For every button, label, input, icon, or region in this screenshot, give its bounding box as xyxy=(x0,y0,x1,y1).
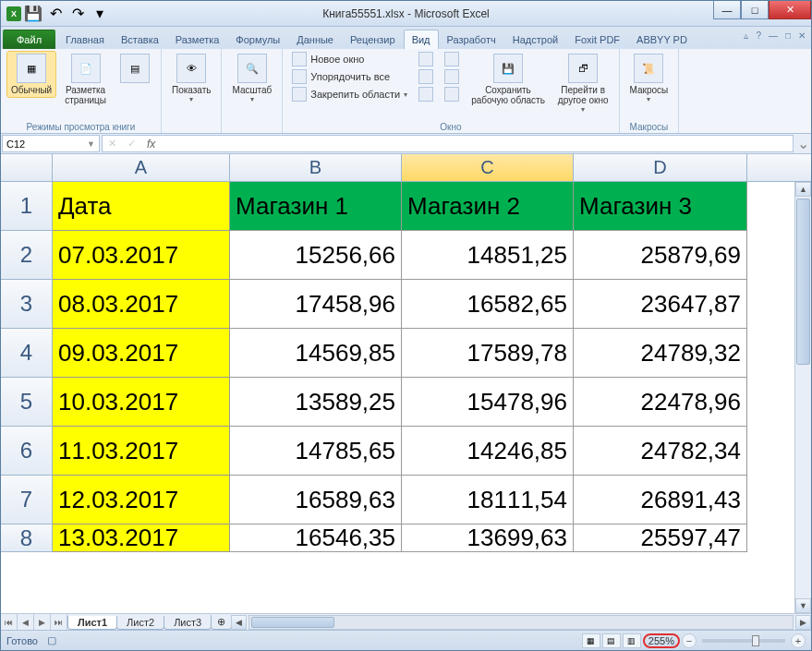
cell[interactable]: 14785,65 xyxy=(230,427,402,476)
horizontal-scrollbar[interactable]: ◀ ▶ xyxy=(231,614,811,630)
cell[interactable]: 17589,78 xyxy=(402,329,574,378)
sheet-tab[interactable]: Лист3 xyxy=(164,616,212,630)
cell[interactable]: 16582,65 xyxy=(402,280,574,329)
cell[interactable]: 26891,43 xyxy=(574,476,747,524)
sheet-tab[interactable]: Лист2 xyxy=(116,616,164,630)
next-sheet-icon[interactable]: ▶ xyxy=(34,614,51,630)
zoom-thumb[interactable] xyxy=(752,635,759,646)
row-header[interactable]: 6 xyxy=(1,427,53,476)
expand-formula-bar-icon[interactable]: ⌄ xyxy=(794,134,811,153)
row-header[interactable]: 5 xyxy=(1,378,53,427)
cell[interactable]: 14851,25 xyxy=(402,231,574,280)
fx-icon[interactable]: fx xyxy=(141,138,161,151)
page-layout-view-icon[interactable]: ▤ xyxy=(602,633,621,648)
cell[interactable]: 15256,66 xyxy=(230,231,402,280)
tab-layout[interactable]: Разметка xyxy=(167,30,228,49)
minimize-button[interactable]: — xyxy=(713,1,741,19)
switch-windows-button[interactable]: 🗗 Перейти в другое окно xyxy=(553,51,613,116)
column-header-d[interactable]: D xyxy=(574,154,747,181)
arrange-all-button[interactable]: Упорядочить все xyxy=(288,68,411,85)
cell[interactable]: Магазин 1 xyxy=(230,182,402,231)
cell[interactable]: 11.03.2017 xyxy=(53,427,230,476)
sheet-tab[interactable]: Лист1 xyxy=(67,616,117,630)
cell[interactable]: 24789,32 xyxy=(574,329,747,378)
workbook-close-icon[interactable]: ✕ xyxy=(796,29,807,42)
cell[interactable]: 09.03.2017 xyxy=(53,329,230,378)
scroll-left-icon[interactable]: ◀ xyxy=(231,615,247,630)
tab-formulas[interactable]: Формулы xyxy=(227,30,288,49)
column-header-c[interactable]: C xyxy=(402,154,574,181)
tab-insert[interactable]: Вставка xyxy=(113,30,167,49)
first-sheet-icon[interactable]: ⏮ xyxy=(1,614,18,630)
ribbon-minimize-icon[interactable]: ▵ xyxy=(742,29,750,42)
zoom-level[interactable]: 255% xyxy=(643,633,680,648)
enter-formula-icon[interactable]: ✓ xyxy=(122,138,141,150)
cell[interactable]: Магазин 2 xyxy=(402,182,574,231)
cell[interactable]: Магазин 3 xyxy=(574,182,747,231)
cell[interactable]: 14569,85 xyxy=(230,329,402,378)
cell[interactable]: 25597,47 xyxy=(574,524,747,552)
row-header[interactable]: 3 xyxy=(1,280,53,329)
tab-review[interactable]: Рецензир xyxy=(342,30,404,49)
compare-button[interactable] xyxy=(441,51,463,67)
cell[interactable]: 08.03.2017 xyxy=(53,280,230,329)
freeze-panes-button[interactable]: Закрепить области xyxy=(288,86,411,102)
redo-button[interactable]: ↷ xyxy=(67,4,88,24)
cell[interactable]: 18111,54 xyxy=(402,476,574,524)
formula-input[interactable] xyxy=(161,139,793,150)
page-break-view-icon[interactable]: ▥ xyxy=(623,633,641,648)
cell[interactable]: 13699,63 xyxy=(402,524,574,552)
cell[interactable]: 22478,96 xyxy=(574,378,747,427)
scroll-up-icon[interactable]: ▲ xyxy=(795,182,811,197)
column-header-b[interactable]: B xyxy=(230,154,402,181)
zoom-slider[interactable] xyxy=(702,639,785,643)
hide-button[interactable] xyxy=(415,68,437,85)
cell[interactable]: 24782,34 xyxy=(574,427,747,476)
unhide-button[interactable] xyxy=(415,86,437,102)
cell[interactable]: 25879,69 xyxy=(574,231,747,280)
cell[interactable]: 13589,25 xyxy=(230,378,402,427)
normal-view-icon[interactable]: ▦ xyxy=(582,633,600,648)
tab-foxit[interactable]: Foxit PDF xyxy=(566,30,628,49)
vertical-scrollbar[interactable]: ▲ ▼ xyxy=(794,182,811,613)
tab-home[interactable]: Главная xyxy=(57,30,113,49)
new-sheet-button[interactable]: ⊕ xyxy=(211,615,232,630)
tab-view[interactable]: Вид xyxy=(404,30,439,49)
page-break-button[interactable]: ▤ xyxy=(115,51,155,88)
row-header[interactable]: 2 xyxy=(1,231,53,280)
qat-customize-icon[interactable]: ▾ xyxy=(90,4,110,24)
split-button[interactable] xyxy=(415,51,437,67)
reset-pos-button[interactable] xyxy=(441,86,463,102)
tab-data[interactable]: Данные xyxy=(288,30,342,49)
tab-addins[interactable]: Надстрой xyxy=(504,30,566,49)
cell[interactable]: 16546,35 xyxy=(230,524,402,552)
cancel-formula-icon[interactable]: ✕ xyxy=(103,138,122,150)
macros-button[interactable]: 📜 Макросы xyxy=(625,51,673,106)
column-header-a[interactable]: A xyxy=(53,154,230,181)
row-header[interactable]: 8 xyxy=(1,524,53,552)
tab-abbyy[interactable]: ABBYY PD xyxy=(628,30,696,49)
cell[interactable]: 15478,96 xyxy=(402,378,574,427)
tab-developer[interactable]: Разработч xyxy=(439,30,504,49)
maximize-button[interactable]: □ xyxy=(741,1,769,19)
workbook-minimize-icon[interactable]: — xyxy=(767,29,780,42)
macro-record-icon[interactable]: ▢ xyxy=(47,634,56,646)
cell[interactable]: 10.03.2017 xyxy=(53,378,230,427)
show-button[interactable]: 👁 Показать xyxy=(167,51,216,106)
zoom-out-button[interactable]: − xyxy=(682,633,697,648)
scroll-thumb[interactable] xyxy=(796,199,810,365)
row-header[interactable]: 4 xyxy=(1,329,53,378)
prev-sheet-icon[interactable]: ◀ xyxy=(18,614,34,630)
name-box[interactable]: C12 ▼ xyxy=(2,135,100,152)
scroll-thumb[interactable] xyxy=(251,617,334,628)
cell[interactable]: 17458,96 xyxy=(230,280,402,329)
row-header[interactable]: 7 xyxy=(1,476,53,524)
cell[interactable]: 14246,85 xyxy=(402,427,574,476)
cell[interactable]: Дата xyxy=(53,182,230,231)
row-header[interactable]: 1 xyxy=(1,182,53,231)
cell[interactable]: 23647,87 xyxy=(574,280,747,329)
normal-view-button[interactable]: ▦ Обычный xyxy=(6,51,56,98)
zoom-in-button[interactable]: + xyxy=(791,633,806,648)
chevron-down-icon[interactable]: ▼ xyxy=(87,139,95,149)
zoom-button[interactable]: 🔍 Масштаб xyxy=(227,51,276,106)
